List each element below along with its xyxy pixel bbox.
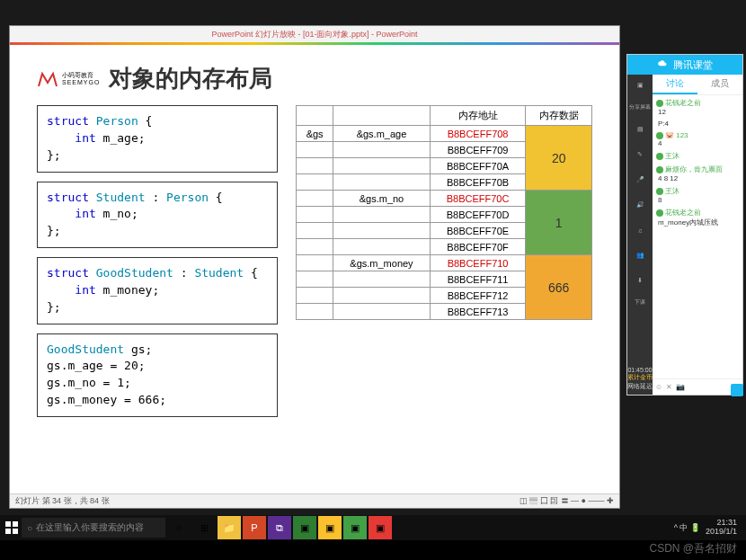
chat-message: 王沐 [656, 151, 739, 161]
logo-cn: 小码哥教育 [62, 72, 100, 79]
watermark: CSDN @吾名招财 [649, 541, 737, 556]
app-yellow[interactable]: ▣ [318, 516, 342, 539]
chat-brand: 腾讯课堂 [673, 58, 713, 72]
taskbar-search[interactable]: ○ 在这里输入你要搜索的内容 [22, 518, 165, 538]
cloud-icon [657, 58, 670, 71]
start-button[interactable] [4, 520, 20, 536]
code-usage: GoodStudent gs; gs.m_age = 20; gs.m_no =… [37, 333, 278, 417]
taskbar: ○ 在这里输入你要搜索的内容 ○ ⊞ 📁 P ⧉ ▣ ▣ ▣ ▣ ^ 中 🔋 2… [0, 515, 746, 540]
search-placeholder: 在这里输入你要搜索的内容 [36, 521, 144, 534]
table-header [297, 106, 333, 126]
search-icon: ○ [27, 523, 32, 533]
chat-timer: 01:45:00 累计金币 网络延迟 [627, 367, 653, 395]
tab-discuss[interactable]: 讨论 [653, 75, 697, 94]
app-green1[interactable]: ▣ [293, 516, 316, 539]
titlebar-text: PowerPoint 幻灯片放映 - [01-面向对象.pptx] - Powe… [211, 29, 417, 40]
logo-mark-icon [37, 68, 58, 90]
table-row: &gs&gs.m_ageB8BCEFF70820 [297, 126, 592, 142]
chat-tabs: 讨论 成员 [653, 75, 742, 95]
slide-counter: 幻灯片 第 34 张，共 84 张 [15, 495, 110, 507]
code-goodstudent: struct GoodStudent : Student { int m_mon… [37, 257, 278, 324]
svg-rect-0 [5, 521, 11, 527]
chat-messages: 花钱老之前12P:4🐷 1234王沐麻烦你，肯九票面4 8 12王沐8花钱老之前… [653, 95, 742, 378]
status-icons: ◫ ▤ 囗 囙 〓 — ● —— ✚ [520, 495, 614, 507]
desktop: PowerPoint 幻灯片放映 - [01-面向对象.pptx] - Powe… [0, 0, 746, 520]
table-header: 内存地址 [430, 106, 526, 126]
memory-table: 内存地址内存数据 &gs&gs.m_ageB8BCEFF70820B8BCEFF… [296, 105, 592, 320]
taskbar-clock[interactable]: 21:31 2019/1/1 [706, 519, 737, 537]
tray-icons[interactable]: ^ 中 🔋 [674, 522, 700, 534]
table-header [333, 106, 430, 126]
chat-message: 花钱老之前m_money内城压线 [656, 208, 739, 227]
input-icon[interactable]: 📷 [676, 383, 685, 391]
taskview-icon[interactable]: ⊞ [192, 516, 216, 539]
svg-rect-3 [13, 529, 18, 534]
chat-sidebar: ▣ 分享屏幕 ▤ ✎ 🎤 🔊 ♫ 👥 ⬇ 下课 01:45:00 累计金币 网络… [627, 75, 653, 395]
share-screen-icon[interactable]: ▣ [633, 78, 647, 93]
app-red[interactable]: ▣ [369, 516, 392, 539]
table-row: &gs.m_moneyB8BCEFF710666 [297, 255, 592, 271]
table-row: &gs.m_noB8BCEFF70C1 [297, 191, 592, 207]
app-green2[interactable]: ▣ [343, 516, 367, 539]
chat-panel: 腾讯课堂 ▣ 分享屏幕 ▤ ✎ 🎤 🔊 ♫ 👥 ⬇ 下课 01:45:00 累计… [626, 54, 743, 396]
speaker-icon[interactable]: 🔊 [633, 198, 647, 212]
people-icon[interactable]: 👥 [633, 248, 647, 262]
app-powerpoint[interactable]: P [243, 516, 266, 539]
chat-message: 王沐8 [656, 186, 739, 204]
app-explorer[interactable]: 📁 [218, 516, 241, 539]
slide-title-text: 对象的内存布局 [109, 63, 272, 94]
tab-members[interactable]: 成员 [697, 75, 742, 94]
svg-rect-1 [13, 521, 18, 527]
music-icon[interactable]: ♫ [633, 223, 647, 237]
doc-icon[interactable]: ▤ [633, 122, 647, 137]
table-header: 内存数据 [526, 106, 592, 126]
chat-input[interactable]: ☺✕📷 [653, 378, 742, 395]
chat-header[interactable]: 腾讯课堂 [627, 55, 742, 75]
code-person: struct Person { int m_age; }; [37, 105, 278, 173]
powerpoint-window: PowerPoint 幻灯片放映 - [01-面向对象.pptx] - Powe… [9, 25, 620, 509]
powerpoint-titlebar: PowerPoint 幻灯片放映 - [01-面向对象.pptx] - Powe… [10, 26, 619, 42]
powerpoint-statusbar: 幻灯片 第 34 张，共 84 张 ◫ ▤ 囗 囙 〓 — ● —— ✚ [10, 493, 619, 508]
mic-icon[interactable]: 🎤 [633, 173, 647, 187]
chat-message: 🐷 1234 [656, 131, 739, 147]
input-icon[interactable]: ☺ [655, 383, 662, 391]
chat-message: P:4 [656, 120, 739, 128]
logo-en: SEEMYGO [62, 79, 100, 86]
download-icon[interactable]: ⬇ [633, 273, 647, 288]
pencil-icon[interactable]: ✎ [633, 147, 647, 162]
logo: 小码哥教育 SEEMYGO [37, 68, 100, 90]
chat-message: 花钱老之前12 [656, 98, 739, 116]
chat-message: 麻烦你，肯九票面4 8 12 [656, 164, 739, 182]
class-end-label: 下课 [635, 298, 645, 307]
svg-rect-2 [5, 529, 11, 534]
share-label: 分享屏幕 [629, 103, 651, 111]
slide-header: 小码哥教育 SEEMYGO 对象的内存布局 [37, 63, 592, 94]
code-student: struct Student : Person { int m_no; }; [37, 182, 278, 249]
cortana-icon[interactable]: ○ [167, 516, 191, 539]
notification-badge[interactable] [731, 384, 743, 396]
input-icon[interactable]: ✕ [666, 383, 672, 391]
slide-content: 小码哥教育 SEEMYGO 对象的内存布局 struct Person { in… [10, 45, 619, 494]
app-vs[interactable]: ⧉ [268, 516, 291, 539]
